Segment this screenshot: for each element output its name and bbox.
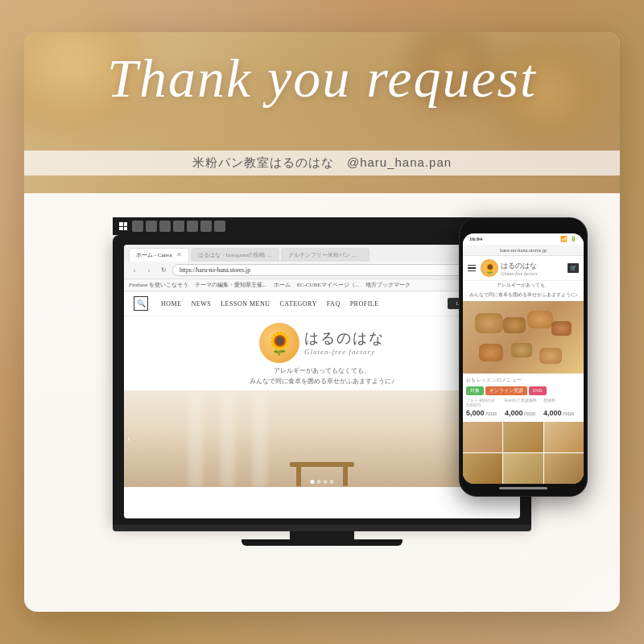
site-logo <box>259 323 299 363</box>
light-3 <box>253 390 267 487</box>
taskbar-app-icon-5[interactable] <box>187 221 198 232</box>
back-button[interactable]: ‹ <box>129 265 140 276</box>
devices-section: 12:34 ホーム - Canva ✕ はるはな - <box>24 193 620 580</box>
nav-home[interactable]: HOME <box>161 300 182 308</box>
battery-icon: 🔋 <box>570 236 577 242</box>
site-catchphrase-2: みんなで同に食卓を囲める幸せがふあますように♪ <box>250 377 394 387</box>
phone-time: 16:04 <box>469 236 482 242</box>
bookmark-item-1[interactable]: Firebase を使いこなそう <box>129 281 188 289</box>
laptop-bottom-bezel <box>113 525 531 531</box>
browser-tab-instagram[interactable]: はるはな - Instagramの投稿 ✕ <box>191 248 279 262</box>
room-table <box>290 462 354 467</box>
pricing-tabs: 対象 オンライン受講 DVD <box>466 386 580 395</box>
stand-base <box>242 539 402 546</box>
bookmark-item-2[interactable]: テーマの編集・愛知県主催... <box>195 281 266 289</box>
bread-6 <box>511 343 532 357</box>
nav-lesson[interactable]: LESSON MENU <box>221 300 270 308</box>
nav-profile[interactable]: PROFILE <box>350 300 379 308</box>
hero-pagination <box>311 480 334 484</box>
bread-5 <box>479 344 503 361</box>
logo-area: はるのはな Gluten-free factory <box>259 323 385 363</box>
bookmark-item-4[interactable]: EC-CUBEマイページ（... <box>297 281 359 289</box>
price-value-3: 4,000 円/1回 <box>543 409 580 417</box>
home-bar <box>499 487 547 489</box>
site-name-container: はるのはな Gluten-free factory <box>304 328 385 357</box>
phone-site-name: はるのはな <box>501 261 538 271</box>
phone-catchphrase-1: アレルギーがあっても、 <box>463 281 584 291</box>
price-header-3: 受講料 <box>543 398 580 407</box>
dot-2[interactable] <box>317 480 321 484</box>
pricing-label: おもレッスンのメニュー <box>466 377 580 384</box>
nav-news[interactable]: NEWS <box>192 300 212 308</box>
dot-1[interactable] <box>311 480 315 484</box>
dot-3[interactable] <box>324 480 328 484</box>
home-indicator <box>463 487 584 490</box>
taskbar-icons <box>132 221 225 232</box>
phone-logo-area: はるのはな Gluten-free factory <box>481 259 563 277</box>
taskbar-app-icon[interactable] <box>132 221 143 232</box>
pricing-headers: フルト 初回のみ5,000円 Eve向け 受講無料 受講料 <box>466 398 580 407</box>
hamburger-line-1 <box>468 265 476 266</box>
grid-item-6[interactable] <box>544 453 584 484</box>
hero-prev-arrow[interactable]: ‹ <box>127 432 131 445</box>
grid-item-1[interactable] <box>463 422 502 452</box>
grid-item-4[interactable] <box>463 453 502 484</box>
tab-close-btn-2[interactable]: ✕ <box>270 251 275 258</box>
phone-status-bar: 16:04 📶 🔋 <box>463 233 584 245</box>
dot-4[interactable] <box>330 480 334 484</box>
subtitle: 米粉パン教室はるのはな @haru_hana.pan <box>24 151 620 175</box>
hamburger-line-2 <box>468 267 476 269</box>
taskbar-app-icon-6[interactable] <box>200 221 212 232</box>
nav-category[interactable]: CATEGORY <box>280 300 317 308</box>
phone-logo <box>481 259 498 277</box>
pricing-tab-1[interactable]: 対象 <box>466 386 484 395</box>
phone-browser-header[interactable]: haru-no-hana.stores.jp <box>463 245 584 256</box>
stand-container <box>242 531 402 546</box>
nav-faq[interactable]: FAQ <box>327 300 341 308</box>
bookmark-item-3[interactable]: ホーム <box>274 281 291 289</box>
start-button[interactable] <box>118 221 129 232</box>
search-icon: 🔍 <box>137 299 146 308</box>
taskbar-app-icon-3[interactable] <box>159 221 171 232</box>
pricing-tab-3[interactable]: DVD <box>529 386 547 395</box>
grid-item-3[interactable] <box>544 422 584 452</box>
main-card: Thank you request 米粉パン教室はるのはな @haru_hana… <box>24 32 620 612</box>
site-name-jp: はるのはな <box>304 328 385 348</box>
wifi-icon: 📶 <box>560 236 568 242</box>
site-search-button[interactable]: 🔍 <box>134 296 148 311</box>
reload-button[interactable]: ↻ <box>158 265 169 276</box>
site-catchphrase-1: アレルギーがあってもなくても、 <box>274 366 370 377</box>
browser-tab-canva[interactable]: ホーム - Canva ✕ <box>129 248 189 262</box>
taskbar-app-icon-7[interactable] <box>214 221 225 232</box>
card-header: Thank you request 米粉パン教室はるのはな @haru_hana… <box>24 32 620 193</box>
price-value-2: 4,000 円/1回 <box>505 409 542 417</box>
phone-bread-image <box>463 301 584 374</box>
bread-7 <box>539 348 562 364</box>
taskbar-app-icon-4[interactable] <box>173 221 184 232</box>
url-input[interactable]: https://haru-no-hana.stores.jp <box>172 264 472 276</box>
bread-2 <box>503 317 526 333</box>
phone-site-name-area: はるのはな Gluten-free factory <box>501 261 538 276</box>
phone-url: haru-no-hana.stores.jp <box>500 247 547 253</box>
light-2 <box>221 390 235 487</box>
phone-product-grid <box>463 422 584 484</box>
bread-3 <box>527 311 553 328</box>
hamburger-menu[interactable] <box>468 265 476 272</box>
pricing-values: 5,000 円/1回 4,000 円/1回 4,000 円/1回 <box>466 409 580 417</box>
phone-catchphrase-2: みんなで同に食卓を囲める幸せがふあますように♪ <box>463 291 584 300</box>
grid-item-2[interactable] <box>503 422 543 452</box>
price-header-1: フルト 初回のみ5,000円 <box>466 398 503 407</box>
thank-you-heading: Thank you request <box>24 47 620 110</box>
tab-close-btn[interactable]: ✕ <box>176 251 182 258</box>
nav-links: HOME NEWS LESSON MENU CATEGORY FAQ PROFI… <box>161 300 435 308</box>
laptop-stand-area <box>113 531 531 546</box>
bookmark-item-5[interactable]: 地方ブックマーク <box>365 281 411 289</box>
hamburger-line-3 <box>468 270 476 272</box>
phone-cart-button[interactable]: 🛒 <box>568 263 579 273</box>
forward-button[interactable]: › <box>143 265 155 276</box>
phone-notch <box>503 224 543 230</box>
taskbar-app-icon-2[interactable] <box>146 221 157 232</box>
browser-tab-glutenfree[interactable]: グルテンフリー米粉パン 教室・販売・... ✕ <box>281 248 369 262</box>
pricing-tab-2[interactable]: オンライン受講 <box>485 386 527 395</box>
grid-item-5[interactable] <box>503 453 543 484</box>
